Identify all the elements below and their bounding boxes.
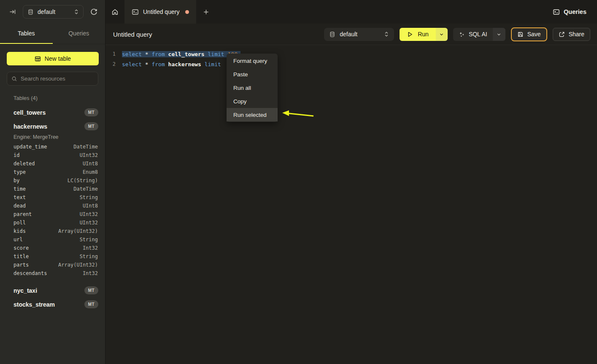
chevron-down-icon	[497, 32, 501, 37]
column-row: kidsArray(UInt32)	[0, 227, 105, 235]
column-type: Int32	[83, 270, 98, 276]
save-button[interactable]: Save	[511, 27, 547, 41]
search-icon	[11, 76, 17, 82]
column-name: dead	[14, 203, 26, 209]
engine-badge: MT	[84, 300, 98, 308]
column-name: by	[14, 178, 19, 183]
code-line-1[interactable]: 1 select * from cell_towers limit 100	[105, 49, 597, 59]
queries-terminal-icon	[553, 8, 560, 16]
sidebar: Tables Queries New table Tables (4)	[0, 24, 105, 364]
chevron-down-icon	[439, 32, 444, 37]
table-name: stocks_stream	[14, 301, 55, 308]
sql-ai-split-button: SQL AI	[453, 28, 505, 41]
editor-context-menu: Format query Paste Run all Copy Run sele…	[227, 54, 278, 122]
queries-button[interactable]: Queries	[553, 8, 586, 16]
column-name: poll	[14, 220, 26, 226]
column-row: scoreInt32	[0, 244, 105, 252]
save-floppy-icon	[517, 31, 524, 38]
column-type: UInt8	[83, 161, 98, 167]
refresh-button[interactable]	[89, 7, 99, 17]
query-toolbar: default Run	[324, 27, 590, 41]
table-row-hackernews[interactable]: hackernews MT	[0, 119, 105, 133]
tables-section-label: Tables (4)	[14, 95, 98, 101]
column-row: typeEnum8	[0, 168, 105, 176]
table-name: cell_towers	[14, 109, 46, 116]
menu-item-run-selected[interactable]: Run selected	[227, 108, 278, 121]
share-button[interactable]: Share	[553, 28, 590, 41]
chevron-updown-icon	[74, 9, 79, 15]
new-table-button[interactable]: New table	[7, 52, 99, 65]
collapse-sidebar-button[interactable]	[8, 7, 18, 17]
table-grid-icon	[35, 56, 41, 62]
column-type: UInt8	[83, 203, 98, 209]
plus-icon	[203, 9, 209, 15]
toolbar-database-value: default	[340, 31, 380, 38]
menu-item-format-query[interactable]: Format query	[227, 54, 278, 67]
sidebar-tab-queries[interactable]: Queries	[53, 24, 105, 44]
run-split-button: Run	[400, 28, 448, 41]
column-type: Array(UInt32)	[58, 262, 98, 268]
menu-item-paste[interactable]: Paste	[227, 67, 278, 81]
column-row: urlString	[0, 235, 105, 244]
column-name: type	[14, 169, 26, 175]
run-button[interactable]: Run	[400, 28, 436, 41]
run-label: Run	[418, 31, 429, 38]
topbar: default	[0, 0, 597, 24]
menu-item-run-all[interactable]: Run all	[227, 81, 278, 94]
refresh-icon	[90, 8, 97, 16]
column-name: score	[14, 245, 29, 251]
page-title: Untitled query	[113, 31, 152, 38]
engine-badge: MT	[84, 108, 98, 116]
column-type: UInt32	[80, 220, 98, 226]
topbar-left: default	[0, 0, 105, 24]
home-button[interactable]	[105, 0, 124, 24]
line-number: 1	[105, 51, 116, 57]
tables-list: cell_towers MT hackernews MT Engine: Mer…	[0, 105, 105, 311]
sql-ai-button[interactable]: SQL AI	[453, 28, 493, 41]
column-type: UInt32	[80, 211, 98, 217]
code-line-2[interactable]: 2 select * from hackernews limit	[105, 59, 597, 69]
menu-item-copy[interactable]: Copy	[227, 94, 278, 108]
table-row-stocks-stream[interactable]: stocks_stream MT	[0, 297, 105, 311]
column-row: deletedUInt8	[0, 159, 105, 168]
column-name: update_time	[14, 144, 47, 150]
unsaved-dot-indicator	[185, 10, 189, 14]
column-name: parent	[14, 211, 32, 217]
queries-button-label: Queries	[564, 8, 586, 15]
column-type: Int32	[83, 245, 98, 251]
column-row: textString	[0, 193, 105, 202]
database-selector-value: default	[38, 8, 70, 15]
collapse-sidebar-icon	[9, 8, 16, 15]
column-name: descendants	[14, 270, 47, 276]
sparkles-icon	[459, 31, 465, 38]
sql-ai-options-button[interactable]	[493, 28, 505, 41]
columns-list: update_timeDateTime idUInt32 deletedUInt…	[0, 143, 105, 283]
new-tab-button[interactable]	[196, 0, 216, 24]
sidebar-tab-tables[interactable]: Tables	[0, 24, 53, 44]
column-type: UInt32	[80, 152, 98, 158]
search-input[interactable]	[21, 75, 95, 82]
table-row-nyc-taxi[interactable]: nyc_taxi MT	[0, 283, 105, 297]
sql-editor[interactable]: 1 select * from cell_towers limit 100 2 …	[105, 45, 597, 69]
column-name: time	[14, 186, 26, 192]
table-row-cell-towers[interactable]: cell_towers MT	[0, 105, 105, 119]
main-panel: Untitled query default	[105, 24, 597, 364]
engine-badge: MT	[84, 122, 98, 130]
column-type: Enum8	[83, 169, 98, 175]
share-label: Share	[569, 31, 584, 38]
play-icon	[407, 31, 413, 38]
engine-badge: MT	[84, 286, 98, 294]
column-type: DateTime	[73, 144, 98, 150]
column-name: text	[14, 194, 26, 200]
column-row: partsArray(UInt32)	[0, 261, 105, 269]
chevron-updown-icon	[384, 31, 389, 37]
toolbar-database-selector[interactable]: default	[324, 28, 394, 41]
code-text: select * from cell_towers limit 100	[122, 51, 240, 57]
column-name: id	[14, 152, 19, 158]
database-selector[interactable]: default	[23, 5, 84, 19]
tab-untitled-query[interactable]: Untitled query	[124, 0, 196, 24]
run-options-button[interactable]	[436, 28, 448, 41]
column-row: deadUInt8	[0, 202, 105, 210]
share-icon	[559, 31, 565, 38]
column-row: byLC(String)	[0, 176, 105, 185]
